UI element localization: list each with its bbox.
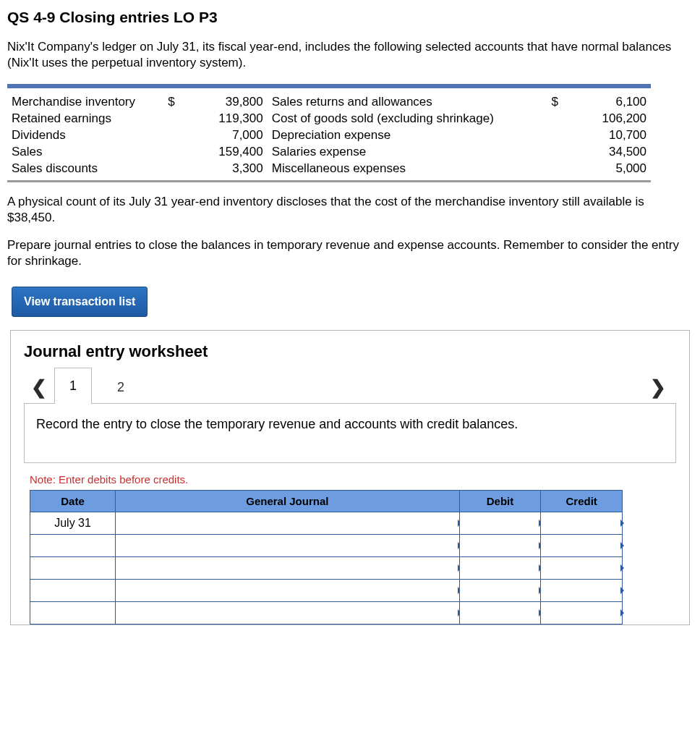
account-label: Cost of goods sold (excluding shrinkage) [268,111,545,127]
table-row [30,534,623,556]
general-cell[interactable] [116,512,460,534]
col-general-journal: General Journal [116,490,460,512]
account-value: 10,700 [563,127,651,144]
general-cell[interactable] [116,556,460,579]
account-label: Depreciation expense [268,127,545,144]
debit-cell[interactable] [459,579,541,601]
account-value: 159,400 [179,144,268,161]
general-cell[interactable] [116,534,460,556]
account-prefix: $ [544,94,563,111]
account-label: Salaries expense [268,144,545,161]
account-prefix [161,161,179,177]
account-prefix [544,161,563,177]
account-prefix [161,111,179,127]
account-value: 39,800 [179,94,268,111]
account-prefix: $ [161,94,179,111]
account-value: 106,200 [563,111,651,127]
view-transaction-list-button[interactable]: View transaction list [12,287,148,317]
journal-table: Date General Journal Debit Credit July 3… [30,490,623,624]
note-text: Note: Enter debits before credits. [30,473,676,486]
account-label: Sales returns and allowances [268,94,545,111]
account-value: 119,300 [179,111,268,127]
tab-2[interactable]: 2 [102,371,140,403]
debit-cell[interactable] [459,534,541,556]
date-cell[interactable]: July 31 [30,512,116,534]
table-row [30,601,623,624]
debit-cell[interactable] [459,512,541,534]
credit-cell[interactable] [541,534,623,556]
account-value: 6,100 [563,94,651,111]
credit-cell[interactable] [541,556,623,579]
col-date: Date [30,490,116,512]
credit-cell[interactable] [541,512,623,534]
date-cell[interactable] [30,534,116,556]
account-value: 7,000 [179,127,268,144]
general-cell[interactable] [116,579,460,601]
account-value: 34,500 [563,144,651,161]
col-debit: Debit [459,490,541,512]
intro-text: Nix'It Company's ledger on July 31, its … [7,39,673,71]
account-prefix [544,127,563,144]
general-cell[interactable] [116,601,460,624]
date-cell[interactable] [30,556,116,579]
table-row: July 31 [30,512,623,534]
date-cell[interactable] [30,579,116,601]
credit-cell[interactable] [541,579,623,601]
credit-cell[interactable] [541,601,623,624]
accounts-table: Merchandise inventory $ 39,800 Sales ret… [7,84,651,182]
account-prefix [544,111,563,127]
account-value: 3,300 [179,161,268,177]
physical-count-text: A physical count of its July 31 year-end… [7,194,687,226]
account-label: Sales [7,144,161,161]
account-label: Merchandise inventory [7,94,161,111]
debit-cell[interactable] [459,601,541,624]
date-cell[interactable] [30,601,116,624]
debit-cell[interactable] [459,556,541,579]
table-row [30,579,623,601]
account-label: Retained earnings [7,111,161,127]
tab-content: Record the entry to close the temporary … [24,403,676,462]
account-prefix [544,144,563,161]
page-title: QS 4-9 Closing entries LO P3 [7,9,693,26]
worksheet-title: Journal entry worksheet [24,342,676,361]
account-prefix [161,127,179,144]
tab-1[interactable]: 1 [54,368,92,404]
table-row [30,556,623,579]
tab-row: ❮ 1 2 ❯ [24,371,676,403]
col-credit: Credit [541,490,623,512]
account-label: Dividends [7,127,161,144]
chevron-left-icon[interactable]: ❮ [24,371,54,403]
account-label: Miscellaneous expenses [268,161,545,177]
instructions-text: Prepare journal entries to close the bal… [7,237,687,269]
chevron-right-icon[interactable]: ❯ [643,371,673,403]
account-value: 5,000 [563,161,651,177]
account-label: Sales discounts [7,161,161,177]
account-prefix [161,144,179,161]
journal-entry-worksheet: Journal entry worksheet ❮ 1 2 ❯ Record t… [10,330,690,624]
entry-description: Record the entry to close the temporary … [36,417,518,431]
